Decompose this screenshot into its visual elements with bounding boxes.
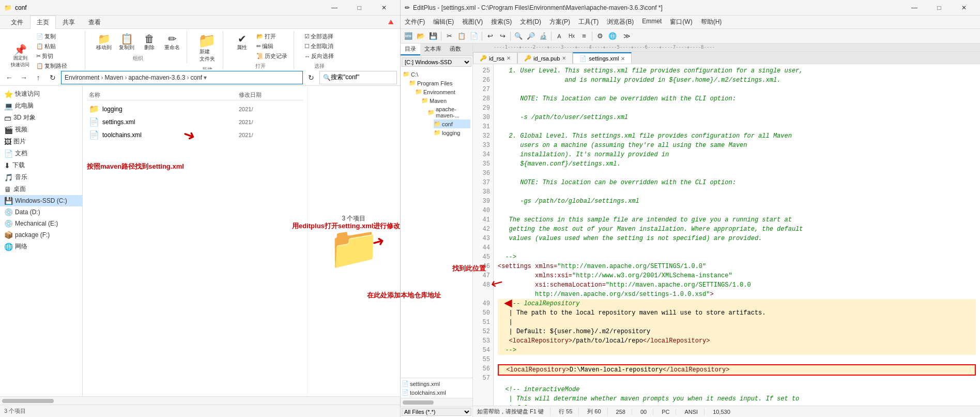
menu-tools[interactable]: 工具(T) — [574, 17, 603, 27]
tb-cut[interactable]: ✂ — [443, 31, 455, 42]
menu-edit[interactable]: 编辑(E) — [429, 17, 458, 27]
drive-select[interactable]: [C:] Windows-SSD — [402, 57, 471, 67]
tb-copy[interactable]: 📋 — [456, 31, 467, 42]
refresh-path-button[interactable]: ↻ — [305, 71, 317, 84]
delete-button[interactable]: 🗑 删除 — [139, 32, 160, 53]
tree-item-conf[interactable]: 📁 conf — [434, 120, 470, 128]
select-all-button[interactable]: ☑全部选择 — [302, 32, 336, 41]
menu-search[interactable]: 搜索(S) — [487, 17, 516, 27]
tree-item-c[interactable]: 📁 C:\ — [403, 70, 470, 79]
menu-doc[interactable]: 文档(D) — [516, 17, 545, 27]
col-date-header[interactable]: 修改日期 — [239, 91, 301, 99]
tree-scroll-thumb[interactable] — [403, 400, 434, 405]
editor-close-button[interactable]: ✕ — [952, 0, 976, 16]
sidebar-item-documents[interactable]: 📄 文档 — [0, 147, 82, 159]
properties-button[interactable]: ✔ 属性 — [232, 32, 252, 53]
refresh-button[interactable]: ↻ — [47, 71, 59, 84]
table-row[interactable]: 📁 logging 2021/ — [87, 102, 303, 115]
tb-find-next[interactable]: 🔬 — [538, 31, 549, 42]
deselect-all-button[interactable]: ☐全部取消 — [302, 42, 336, 51]
tb-open[interactable]: 📂 — [415, 31, 426, 42]
menu-window[interactable]: 窗口(W) — [666, 17, 696, 27]
tab-close-id-rsa[interactable]: ✕ — [507, 55, 511, 61]
editor-maximize-button[interactable]: □ — [927, 0, 951, 16]
up-button[interactable]: ↑ — [32, 71, 44, 84]
explorer-close-button[interactable]: ✕ — [372, 0, 396, 16]
horizontal-scrollbar[interactable] — [0, 396, 400, 405]
file-type-dropdown[interactable]: All Files (*.*) — [402, 408, 471, 416]
editor-minimize-button[interactable]: — — [902, 0, 926, 16]
tb-browser[interactable]: 🌐 — [607, 31, 618, 42]
tree-item-environment[interactable]: 📁 Environment — [415, 87, 470, 96]
sidebar-item-video[interactable]: 🎬 视频 — [0, 124, 82, 136]
cut-button[interactable]: ✂剪切 — [34, 52, 81, 61]
address-path[interactable]: Environment › Maven › apache-maven-3.6.3… — [61, 71, 303, 84]
tb-hex[interactable]: Hx — [566, 31, 577, 42]
pin-to-quick-access-button[interactable]: 📌 固定到快速访问 — [8, 43, 32, 70]
paste-button[interactable]: 📋粘贴 — [34, 42, 81, 51]
breadcrumb-version[interactable]: apache-maven-3.6.3 — [128, 74, 185, 81]
invert-selection-button[interactable]: ↔反向选择 — [302, 52, 336, 61]
sidebar-item-mechanical[interactable]: 💿 Mechanical (E:) — [0, 218, 82, 229]
ribbon-tab-file[interactable]: 文件 — [4, 16, 30, 29]
explorer-minimize-button[interactable]: — — [323, 0, 346, 16]
menu-view[interactable]: 视图(V) — [458, 17, 487, 27]
tb-font[interactable]: A — [554, 31, 565, 42]
table-row[interactable]: 📄 settings.xml 2021/ — [87, 115, 303, 128]
menu-browser[interactable]: 浏览器(B) — [603, 17, 638, 27]
tb-more-btn[interactable]: ≫ — [621, 31, 633, 42]
back-button[interactable]: ← — [3, 71, 16, 84]
ribbon-tab-view[interactable]: 查看 — [82, 16, 108, 29]
sidebar-item-downloads[interactable]: ⬇ 下载 — [0, 159, 82, 171]
tree-item-apache[interactable]: 📁 apache-maven-... — [427, 105, 470, 120]
tb-settings[interactable]: ⚙ — [594, 31, 606, 42]
edit-button[interactable]: ✏编辑 — [254, 42, 289, 51]
tree-file-settings[interactable]: 📄 settings.xml — [402, 379, 471, 388]
tab-close-settings[interactable]: ✕ — [621, 56, 625, 62]
sidebar-item-data[interactable]: 💿 Data (D:) — [0, 206, 82, 218]
rename-button[interactable]: ✏ 重命名 — [162, 32, 182, 53]
sidebar-item-windows-ssd[interactable]: 💾 Windows-SSD (C:) — [0, 195, 82, 206]
breadcrumb-env[interactable]: Environment — [65, 74, 99, 81]
tab-settings-xml[interactable]: 📄 settings.xml ✕ — [573, 52, 632, 64]
tb-find-prev[interactable]: 🔎 — [525, 31, 537, 42]
sidebar-item-music[interactable]: 🎵 音乐 — [0, 171, 82, 183]
tree-item-maven[interactable]: 📁 Maven — [421, 96, 470, 105]
menu-help[interactable]: 帮助(H) — [697, 17, 726, 27]
menu-scheme[interactable]: 方案(P) — [545, 17, 574, 27]
tab-id-rsa-pub[interactable]: 🔑 id_rsa.pub ✕ — [517, 52, 573, 64]
breadcrumb-conf[interactable]: conf — [190, 74, 202, 81]
tb-paste[interactable]: 📄 — [468, 31, 480, 42]
tree-scrollbar[interactable] — [401, 398, 472, 406]
move-to-button[interactable]: 📁 移动到 — [94, 32, 114, 53]
tb-save[interactable]: 💾 — [427, 31, 439, 42]
menu-emmet[interactable]: Emmet — [638, 17, 666, 27]
copy-to-button[interactable]: 📋 复制到 — [116, 32, 137, 53]
sidebar-item-3dobjects[interactable]: 🗃 3D 对象 — [0, 112, 82, 124]
open-button[interactable]: 📂打开 — [254, 32, 289, 41]
ribbon-tab-share[interactable]: 共享 — [56, 16, 82, 29]
tree-file-toolchains[interactable]: 📄 toolchains.xml — [402, 388, 471, 397]
dir-tab-textlib[interactable]: 文本库 — [420, 43, 446, 55]
tab-close-id-rsa-pub[interactable]: ✕ — [562, 55, 566, 61]
tb-redo[interactable]: ↪ — [497, 31, 508, 42]
tree-item-programfiles[interactable]: 📁 Program Files — [409, 79, 470, 87]
search-box[interactable]: 🔍 — [319, 71, 397, 84]
dir-tab-functions[interactable]: 函数 — [446, 43, 465, 55]
tree-item-logging[interactable]: 📁 logging — [434, 128, 470, 137]
sidebar-item-pictures[interactable]: 🖼 图片 — [0, 136, 82, 147]
dir-tab-directory[interactable]: 目录 — [401, 43, 420, 55]
breadcrumb-maven[interactable]: Maven — [104, 74, 123, 81]
sidebar-item-quickaccess[interactable]: ⭐ 快速访问 — [0, 88, 82, 100]
sidebar-item-package[interactable]: 📦 package (F:) — [0, 229, 82, 241]
sidebar-item-thispc[interactable]: 💻 此电脑 — [0, 100, 82, 112]
ribbon-tab-home[interactable]: 主页 — [30, 16, 56, 29]
ribbon-help-icon[interactable]: 🔺 — [386, 17, 396, 27]
dir-drive-dropdown[interactable]: [C:] Windows-SSD — [401, 56, 472, 68]
tab-id-rsa[interactable]: 🔑 id_rsa ✕ — [473, 52, 517, 64]
sidebar-item-desktop[interactable]: 🖥 桌面 — [0, 183, 82, 195]
col-name-header[interactable]: 名称 — [89, 91, 239, 99]
menu-file[interactable]: 文件(F) — [401, 17, 429, 27]
forward-button[interactable]: → — [18, 71, 30, 84]
tb-find[interactable]: 🔍 — [513, 31, 524, 42]
